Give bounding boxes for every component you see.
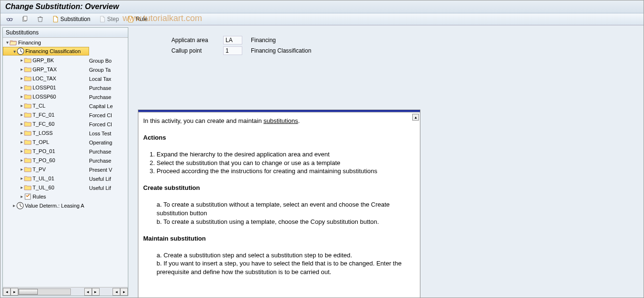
page-icon xyxy=(99,16,106,22)
substitution-button[interactable]: Substitution xyxy=(50,15,92,23)
tree-desc: Loss Test xyxy=(89,129,128,138)
tree-desc: Group Bo xyxy=(89,56,128,65)
tree-desc: Present V xyxy=(89,165,128,174)
expand-icon[interactable]: ▸ xyxy=(19,66,24,72)
doc-heading-maintain: Maintain substitution xyxy=(143,235,206,242)
tree-node-folder[interactable]: ▸ T_FC_60 xyxy=(3,119,89,128)
svg-rect-3 xyxy=(23,16,27,21)
folder-icon xyxy=(24,75,32,82)
tree-node-financing-classification[interactable]: ▾ Financing Classification xyxy=(3,47,89,55)
tree-node-rules[interactable]: ▸ Rules xyxy=(3,192,89,201)
step-button: Step xyxy=(97,15,121,23)
copy-icon xyxy=(22,16,28,22)
tree-node-folder[interactable]: ▸ T_LOSS xyxy=(3,128,89,137)
expand-icon[interactable]: ▸ xyxy=(19,166,24,172)
doc-vscroll[interactable]: ▴ ▾ xyxy=(412,114,419,298)
substitution-label: Substitution xyxy=(60,16,90,22)
expand-icon[interactable]: ▸ xyxy=(19,57,24,63)
expand-icon[interactable]: ▸ xyxy=(19,148,24,154)
tree-node-folder[interactable]: ▸ T_PV xyxy=(3,165,89,174)
tree-node-folder[interactable]: ▸ T_UL_01 xyxy=(3,174,89,183)
expand-icon[interactable]: ▸ xyxy=(19,121,24,126)
tree-desc: Forced Cl xyxy=(89,120,128,129)
watermark: www.tutorialkart.com xyxy=(123,13,202,23)
tree-desc: Purchase xyxy=(89,156,128,165)
folder-icon xyxy=(24,93,32,100)
scroll-left-icon[interactable]: ◂ xyxy=(84,288,92,296)
expand-icon[interactable]: ▸ xyxy=(19,157,24,163)
scroll-right-icon[interactable]: ▸ xyxy=(92,288,100,296)
expand-icon[interactable]: ▸ xyxy=(19,103,24,108)
tree[interactable]: ▾ Financing ▾ xyxy=(3,38,89,287)
tree-label: T_OPL xyxy=(32,139,49,145)
expand-icon[interactable]: ▸ xyxy=(19,194,24,199)
tree-node-folder[interactable]: ▸ LOC_TAX xyxy=(3,74,89,83)
tree-node-folder[interactable]: ▸ LOSSP60 xyxy=(3,92,89,101)
tree-hscroll[interactable]: ◂ ▸ ◂ ▸ ◂ ▸ xyxy=(3,287,128,296)
substitutions-link[interactable]: substitutions xyxy=(263,117,298,124)
tree-node-folder[interactable]: ▸ LOSSP01 xyxy=(3,83,89,92)
applicatn-area-value: LA xyxy=(223,36,242,44)
copy-button[interactable] xyxy=(20,15,30,23)
tree-panel: Substitutions ▾ Financing xyxy=(2,27,128,296)
doc-create-b: b. To create a substitution using a temp… xyxy=(157,218,413,226)
page-title: Change Substitution: Overview xyxy=(0,0,644,13)
tree-desc: Capital Le xyxy=(89,101,128,110)
folder-icon xyxy=(24,66,32,73)
expand-icon[interactable]: ▸ xyxy=(19,185,24,190)
expand-icon[interactable]: ▸ xyxy=(11,203,16,208)
folder-icon xyxy=(24,184,32,191)
tree-node-folder[interactable]: ▸ T_FC_01 xyxy=(3,110,89,119)
delete-button[interactable] xyxy=(35,15,45,23)
expand-icon[interactable]: ▸ xyxy=(19,76,24,81)
toolbar: Substitution Step Rule www.tutorialkart.… xyxy=(0,13,644,25)
help-document: In this activity, you can create and mai… xyxy=(138,110,420,298)
tree-node-financing[interactable]: ▾ Financing xyxy=(3,38,89,47)
tree-node-folder[interactable]: ▸ T_PO_60 xyxy=(3,155,89,165)
tree-node-folder[interactable]: ▸ T_OPL xyxy=(3,137,89,146)
expand-icon[interactable]: ▸ xyxy=(19,94,24,99)
tree-label: GRP_TAX xyxy=(32,66,57,72)
tree-node-folder[interactable]: ▸ T_CL xyxy=(3,101,89,110)
doc-action-3: Proceed according the the instructions f… xyxy=(157,167,413,176)
tree-node-folder[interactable]: ▸ T_PO_01 xyxy=(3,146,89,155)
doc-maintain-b: b. If you want to insert a step, you hav… xyxy=(157,259,413,276)
tree-label: LOC_TAX xyxy=(32,76,56,81)
scroll-up-icon[interactable]: ▴ xyxy=(412,114,419,121)
scroll-thumb[interactable] xyxy=(19,289,38,295)
folder-icon xyxy=(24,148,32,155)
folder-icon xyxy=(24,157,32,164)
collapse-icon[interactable]: ▾ xyxy=(5,40,10,45)
glasses-button[interactable] xyxy=(4,15,15,23)
info-grid: Applicatn area LA Financing Callup point… xyxy=(171,35,634,56)
collapse-icon[interactable]: ▾ xyxy=(12,49,17,54)
callup-point-desc: Financing Classification xyxy=(251,47,311,54)
expand-icon[interactable]: ▸ xyxy=(19,139,24,144)
tree-label: LOSSP60 xyxy=(32,94,56,99)
folder-icon xyxy=(24,130,32,136)
tree-label: Value Determ.: Leasing A xyxy=(24,203,84,209)
scroll-track[interactable] xyxy=(18,288,71,295)
tree-desc: Forced Cl xyxy=(89,110,128,120)
tree-desc: Purchase xyxy=(89,92,128,101)
svg-rect-5 xyxy=(25,194,30,199)
tree-node-value-determ[interactable]: ▸ Value Determ.: Leasing A xyxy=(3,201,89,210)
tree-label: GRP_BK xyxy=(32,57,54,63)
svg-point-1 xyxy=(10,18,12,21)
tree-node-folder[interactable]: ▸ GRP_TAX xyxy=(3,65,89,74)
tree-label: T_FC_01 xyxy=(32,112,55,118)
folder-icon xyxy=(24,111,32,118)
expand-icon[interactable]: ▸ xyxy=(19,176,24,181)
expand-icon[interactable]: ▸ xyxy=(19,85,24,90)
scroll-right-icon[interactable]: ▸ xyxy=(120,288,128,296)
doc-content[interactable]: In this activity, you can create and mai… xyxy=(138,113,420,298)
expand-icon[interactable]: ▸ xyxy=(19,112,24,117)
scroll-left-icon[interactable]: ◂ xyxy=(3,288,11,296)
scroll-left-icon[interactable]: ◂ xyxy=(113,288,120,296)
tree-node-folder[interactable]: ▸ T_UL_60 xyxy=(3,183,89,192)
expand-icon[interactable]: ▸ xyxy=(19,130,24,135)
tree-label: T_PO_60 xyxy=(32,157,55,163)
doc-action-2: Select the substitution that you can to … xyxy=(157,159,413,167)
scroll-right-icon[interactable]: ▸ xyxy=(11,288,18,296)
tree-node-folder[interactable]: ▸ GRP_BK xyxy=(3,55,89,65)
